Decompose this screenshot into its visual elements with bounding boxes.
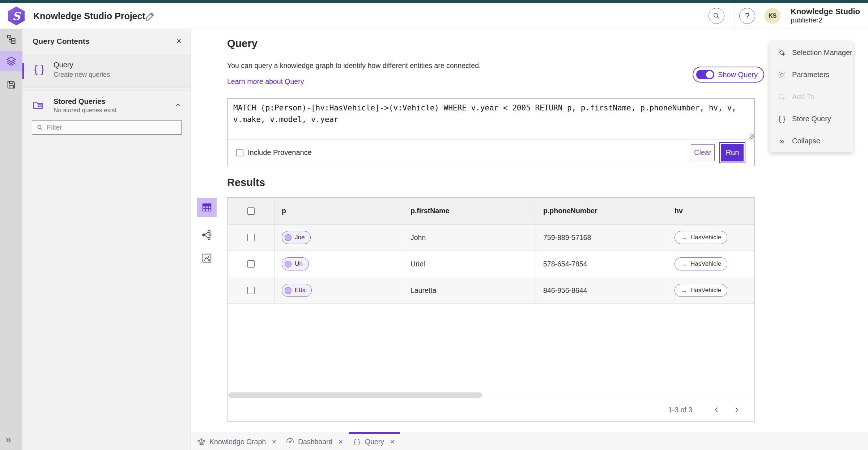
- row-checkbox[interactable]: [247, 234, 255, 241]
- network-icon: [201, 230, 212, 240]
- row-checkbox[interactable]: [247, 260, 255, 268]
- panel-title: Query Contents: [33, 37, 90, 46]
- close-tab-icon[interactable]: ✕: [390, 438, 395, 445]
- row-checkbox[interactable]: [247, 287, 255, 294]
- arrow-right-icon: →: [681, 287, 687, 294]
- entity-pill[interactable]: Uri: [282, 257, 309, 270]
- editor-toolbar: Include Provenance Clear Run: [227, 139, 754, 166]
- help-icon: ?: [745, 11, 749, 21]
- entity-pill[interactable]: Joe: [282, 231, 311, 244]
- user-info: Knowledge Studio publisher2: [791, 7, 860, 24]
- main-content: Query You can query a knowledge graph to…: [191, 29, 868, 433]
- run-button[interactable]: Run: [721, 144, 744, 161]
- table-view-button[interactable]: [197, 198, 217, 217]
- next-page-button[interactable]: [729, 403, 744, 417]
- query-item-description: Create new queries: [54, 71, 110, 79]
- app-logo[interactable]: S: [8, 7, 25, 25]
- save-icon[interactable]: [6, 80, 16, 90]
- tab-query[interactable]: { } Query ✕: [353, 433, 395, 450]
- chevron-right-icon: [733, 407, 740, 413]
- graph-view-button[interactable]: [201, 230, 212, 240]
- collapse-item[interactable]: » Collapse: [770, 130, 853, 152]
- include-provenance-checkbox[interactable]: [236, 149, 243, 156]
- previous-page-button[interactable]: [710, 403, 724, 417]
- table-header-row: p p.firstName p.phoneNumber hv: [227, 198, 754, 224]
- username: publisher2: [791, 16, 860, 24]
- product-name: Knowledge Studio: [791, 7, 860, 16]
- search-icon: [712, 12, 720, 20]
- cell-firstname: Uriel: [403, 251, 536, 277]
- selection-manager-item[interactable]: Selection Manager: [770, 42, 853, 64]
- column-header-p[interactable]: p: [275, 198, 403, 224]
- relation-pill[interactable]: → HasVehicle: [675, 257, 727, 270]
- arrow-right-icon: →: [681, 260, 687, 268]
- arrow-right-icon: →: [681, 234, 687, 241]
- add-to-item: Add To: [770, 86, 853, 108]
- cell-phonenumber: 578-654-7854: [536, 251, 667, 277]
- knowledge-graph-icon: [197, 437, 206, 446]
- tab-dashboard[interactable]: Dashboard ✕: [286, 433, 343, 450]
- selection-manager-icon: [778, 49, 786, 57]
- cell-phonenumber: 846-956-8644: [536, 277, 667, 303]
- avatar[interactable]: KS: [765, 8, 780, 24]
- select-all-checkbox[interactable]: [247, 207, 255, 215]
- column-header-phonenumber[interactable]: p.phoneNumber: [536, 198, 667, 224]
- search-icon: [37, 124, 43, 131]
- pagination-range: 1-3 of 3: [668, 406, 692, 414]
- expand-rail-button[interactable]: »: [6, 435, 11, 444]
- folder-icon: [33, 100, 43, 110]
- page-title: Query: [227, 38, 258, 50]
- double-chevron-right-icon: »: [778, 137, 786, 146]
- table-row: Etta Lauretta 846-956-8644 → HasVehicle: [227, 277, 754, 304]
- top-bar: S Knowledge Studio Project ? KS Knowledg…: [0, 3, 868, 29]
- close-tab-icon[interactable]: ✕: [338, 438, 343, 445]
- tab-knowledge-graph[interactable]: Knowledge Graph ✕: [197, 433, 277, 450]
- toggle-switch[interactable]: [696, 70, 714, 79]
- cell-phonenumber: 759-889-57168: [536, 224, 667, 251]
- include-provenance-label: Include Provenance: [248, 148, 312, 157]
- query-text-input[interactable]: MATCH (p:Person)-[hv:HasVehicle]->(v:Veh…: [227, 99, 754, 139]
- clear-button[interactable]: Clear: [691, 144, 715, 161]
- query-contents-panel: Query Contents ✕ { } Query Create new qu…: [22, 29, 191, 450]
- project-title: Knowledge Studio Project: [33, 3, 145, 29]
- relation-pill[interactable]: → HasVehicle: [675, 284, 727, 297]
- entity-pill[interactable]: Etta: [282, 284, 312, 297]
- stored-queries-description: No stored queries exist: [54, 107, 116, 114]
- learn-more-link[interactable]: Learn more about Query: [227, 77, 304, 86]
- braces-icon: { }: [778, 115, 786, 123]
- parameters-item[interactable]: Parameters: [770, 64, 853, 86]
- left-icon-rail: »: [0, 29, 22, 450]
- results-table: p p.firstName p.phoneNumber hv Joe John …: [227, 197, 755, 422]
- search-button[interactable]: [709, 8, 724, 24]
- show-query-label: Show Query: [718, 71, 758, 79]
- resize-handle[interactable]: [749, 134, 754, 139]
- results-view-switch: [197, 198, 217, 264]
- horizontal-scrollbar[interactable]: [228, 392, 482, 398]
- page-description: You can query a knowledge graph to ident…: [227, 62, 481, 70]
- panel-item-query[interactable]: { } Query Create new queries: [22, 54, 191, 88]
- cell-firstname: John: [403, 224, 536, 251]
- store-query-item[interactable]: { } Store Query: [770, 108, 853, 130]
- hierarchy-icon[interactable]: [6, 34, 16, 44]
- node-dot-icon: [285, 234, 292, 241]
- query-actions-menu: Selection Manager Parameters Add To { } …: [770, 42, 853, 152]
- bottom-tab-bar: Knowledge Graph ✕ Dashboard ✕ { } Query …: [191, 433, 868, 450]
- show-query-toggle[interactable]: Show Query: [693, 67, 764, 83]
- chevron-up-icon[interactable]: [175, 102, 181, 108]
- filter-input[interactable]: [47, 123, 177, 131]
- panel-close-icon[interactable]: ✕: [176, 37, 182, 45]
- query-editor: MATCH (p:Person)-[hv:HasVehicle]->(v:Veh…: [227, 98, 755, 166]
- toggle-knob: [706, 71, 713, 78]
- chart-view-button[interactable]: [201, 253, 212, 264]
- dashboard-gauge-icon: [286, 437, 294, 446]
- results-heading: Results: [227, 177, 265, 189]
- stored-queries-section[interactable]: Stored Queries No stored queries exist: [22, 91, 191, 122]
- panel-header: Query Contents ✕: [22, 29, 191, 54]
- rail-item-query-layers[interactable]: [0, 51, 22, 71]
- relation-pill[interactable]: → HasVehicle: [675, 231, 727, 244]
- column-header-firstname[interactable]: p.firstName: [403, 198, 536, 224]
- help-button[interactable]: ?: [739, 8, 755, 24]
- edit-title-icon[interactable]: [145, 11, 156, 22]
- column-header-hv[interactable]: hv: [667, 198, 754, 224]
- close-tab-icon[interactable]: ✕: [272, 438, 276, 445]
